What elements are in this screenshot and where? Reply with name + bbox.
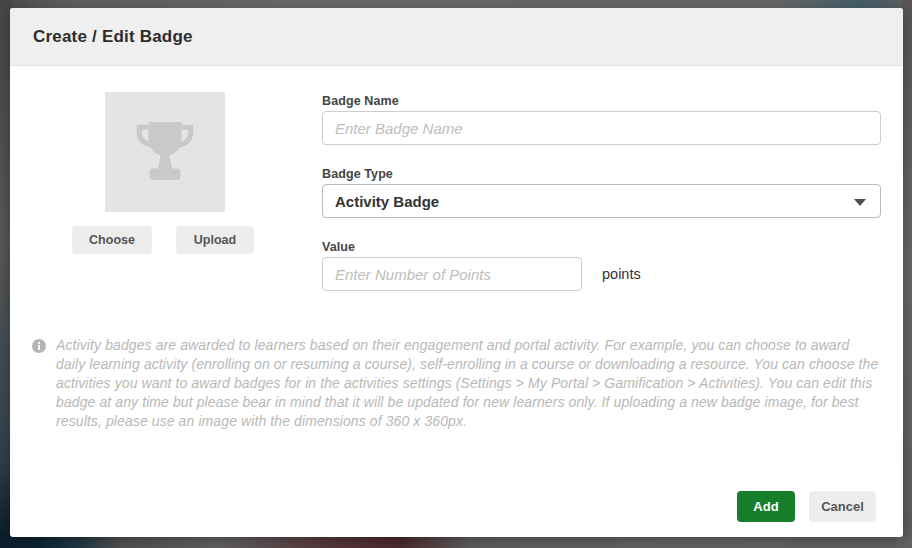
chevron-down-icon — [854, 199, 866, 206]
points-value-input[interactable] — [322, 257, 582, 291]
add-button[interactable]: Add — [737, 491, 795, 522]
upload-image-button[interactable]: Upload — [176, 226, 254, 254]
points-suffix-label: points — [602, 266, 641, 282]
badge-type-select[interactable]: Activity Badge — [322, 184, 881, 218]
info-note: Activity badges are awarded to learners … — [32, 336, 881, 431]
cancel-button[interactable]: Cancel — [809, 491, 876, 522]
info-note-text: Activity badges are awarded to learners … — [56, 336, 881, 431]
badge-name-input[interactable] — [322, 111, 881, 145]
badge-image-placeholder — [105, 92, 225, 212]
badge-name-label: Badge Name — [322, 94, 399, 108]
modal-header: Create / Edit Badge — [10, 8, 903, 66]
badge-type-label: Badge Type — [322, 167, 393, 181]
choose-image-button[interactable]: Choose — [72, 226, 152, 254]
create-edit-badge-modal: Create / Edit Badge Choose Upload Badge … — [10, 8, 903, 537]
info-icon — [32, 339, 46, 353]
value-label: Value — [322, 240, 355, 254]
modal-title: Create / Edit Badge — [33, 27, 193, 47]
badge-type-selected-value: Activity Badge — [335, 193, 439, 210]
